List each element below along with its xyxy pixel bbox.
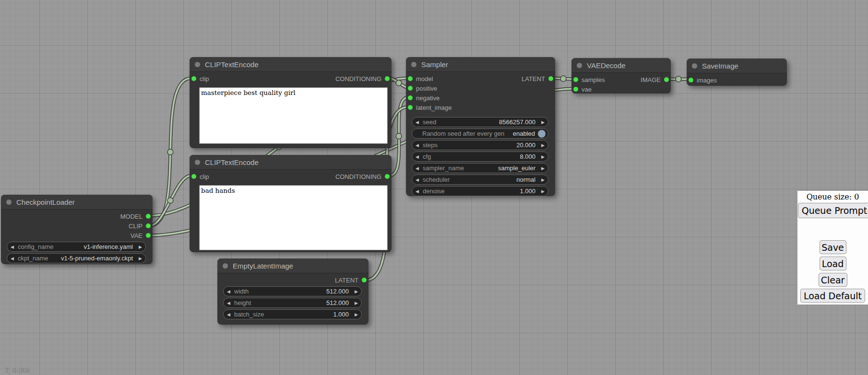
widget-cfg[interactable]: ◀ cfg 8.000 ▶ bbox=[412, 152, 548, 162]
clear-button[interactable]: Clear bbox=[819, 273, 847, 287]
decrement-arrow-icon[interactable]: ◀ bbox=[416, 177, 422, 182]
decrement-arrow-icon[interactable]: ◀ bbox=[227, 312, 233, 317]
decrement-arrow-icon[interactable]: ◀ bbox=[416, 189, 422, 194]
load-default-button[interactable]: Load Default bbox=[800, 289, 865, 303]
input-port-clip[interactable] bbox=[191, 174, 196, 179]
increment-arrow-icon[interactable]: ▶ bbox=[538, 166, 545, 171]
node-header[interactable]: SaveImage bbox=[687, 59, 787, 73]
widget-batch-size[interactable]: ◀ batch_size 1.000 ▶ bbox=[223, 309, 362, 319]
input-port-samples[interactable] bbox=[573, 77, 578, 82]
widget-value: v1-5-pruned-emaonly.ckpt bbox=[51, 255, 133, 262]
widget-steps[interactable]: ◀ steps 20.000 ▶ bbox=[412, 140, 548, 150]
node-checkpoint-loader[interactable]: CheckpointLoader MODEL CLIP VAE ◀ config… bbox=[1, 195, 153, 264]
widget-seed[interactable]: ◀ seed 8566257.000 ▶ bbox=[412, 117, 548, 127]
node-header[interactable]: CLIPTextEncode bbox=[190, 155, 392, 170]
slot-row: positive bbox=[406, 83, 555, 93]
input-port-vae[interactable] bbox=[573, 87, 578, 92]
input-port-latent-image[interactable] bbox=[408, 105, 413, 110]
widget-label: steps bbox=[423, 141, 438, 149]
widget-sampler-name[interactable]: ◀ sampler_name sample_euler ▶ bbox=[412, 163, 548, 173]
widget-value: v1-inference.yaml bbox=[56, 243, 133, 250]
widget-label: sampler_name bbox=[423, 164, 464, 172]
node-header[interactable]: Sampler bbox=[406, 57, 555, 72]
widget-config-name[interactable]: ◀ config_name v1-inference.yaml ▶ bbox=[7, 242, 146, 252]
increment-arrow-icon[interactable]: ▶ bbox=[538, 177, 545, 182]
input-port-model[interactable] bbox=[408, 76, 413, 81]
node-save-image[interactable]: SaveImage images bbox=[687, 59, 787, 86]
widget-value: normal bbox=[452, 176, 535, 183]
graph-canvas[interactable]: { "icons": { "arrow_left": "◀", "arrow_r… bbox=[0, 0, 868, 375]
output-port-latent[interactable] bbox=[362, 278, 367, 282]
node-clip-text-encode-negative[interactable]: CLIPTextEncode clip CONDITIONING bad han… bbox=[190, 155, 392, 252]
widget-width[interactable]: ◀ width 512.000 ▶ bbox=[223, 286, 362, 296]
toggle-circle-icon[interactable] bbox=[538, 130, 546, 138]
input-port-images[interactable] bbox=[689, 78, 693, 82]
collapse-dot-icon[interactable] bbox=[692, 63, 697, 69]
widget-denoise[interactable]: ◀ denoise 1.000 ▶ bbox=[412, 186, 548, 196]
increment-arrow-icon[interactable]: ▶ bbox=[136, 256, 142, 261]
decrement-arrow-icon[interactable]: ◀ bbox=[11, 256, 17, 261]
widget-label: denoise bbox=[423, 188, 445, 195]
output-port-model[interactable] bbox=[146, 214, 151, 219]
output-label: MODEL bbox=[120, 213, 143, 220]
increment-arrow-icon[interactable]: ▶ bbox=[538, 189, 545, 194]
widget-random-seed-toggle[interactable]: Random seed after every gen enabled bbox=[412, 129, 548, 139]
widget-label: ckpt_name bbox=[18, 255, 48, 262]
output-port-latent[interactable] bbox=[548, 76, 553, 81]
output-port-image[interactable] bbox=[664, 77, 669, 82]
decrement-arrow-icon[interactable]: ◀ bbox=[11, 245, 17, 249]
increment-arrow-icon[interactable]: ▶ bbox=[136, 245, 142, 249]
prompt-textarea[interactable]: masterpiece best quality girl bbox=[199, 87, 388, 144]
widget-label: batch_size bbox=[234, 311, 264, 318]
input-port-positive[interactable] bbox=[408, 86, 413, 91]
node-header[interactable]: CheckpointLoader bbox=[1, 195, 153, 210]
widget-scheduler[interactable]: ◀ scheduler normal ▶ bbox=[412, 175, 548, 185]
input-label: clip bbox=[200, 173, 209, 180]
decrement-arrow-icon[interactable]: ◀ bbox=[416, 143, 422, 148]
node-sampler[interactable]: Sampler model LATENT positive negative l… bbox=[406, 57, 555, 196]
input-label: images bbox=[697, 77, 717, 84]
increment-arrow-icon[interactable]: ▶ bbox=[352, 312, 358, 317]
output-label: IMAGE bbox=[641, 76, 661, 83]
save-button[interactable]: Save bbox=[820, 240, 846, 254]
increment-arrow-icon[interactable]: ▶ bbox=[538, 143, 545, 148]
input-port-clip[interactable] bbox=[191, 76, 196, 81]
output-port-clip[interactable] bbox=[146, 223, 151, 228]
output-label: CONDITIONING bbox=[335, 75, 381, 82]
slot-row: latent_image bbox=[406, 103, 555, 112]
increment-arrow-icon[interactable]: ▶ bbox=[352, 289, 358, 294]
input-port-negative[interactable] bbox=[408, 95, 413, 100]
output-port-conditioning[interactable] bbox=[385, 76, 390, 81]
decrement-arrow-icon[interactable]: ◀ bbox=[416, 166, 422, 171]
node-header[interactable]: EmptyLatentImage bbox=[217, 258, 369, 273]
collapse-dot-icon[interactable] bbox=[195, 160, 200, 165]
node-header[interactable]: VAEDecode bbox=[571, 58, 671, 73]
output-label: LATENT bbox=[335, 277, 358, 284]
prompt-textarea[interactable]: bad hands bbox=[199, 185, 388, 250]
collapse-dot-icon[interactable] bbox=[577, 63, 582, 68]
node-header[interactable]: CLIPTextEncode bbox=[190, 57, 392, 72]
decrement-arrow-icon[interactable]: ◀ bbox=[227, 289, 233, 294]
widget-label: scheduler bbox=[423, 176, 450, 183]
increment-arrow-icon[interactable]: ▶ bbox=[352, 301, 358, 305]
collapse-dot-icon[interactable] bbox=[195, 62, 200, 67]
node-vae-decode[interactable]: VAEDecode samples IMAGE vae bbox=[571, 58, 671, 94]
toggle-value: enabled bbox=[507, 130, 535, 137]
node-clip-text-encode-positive[interactable]: CLIPTextEncode clip CONDITIONING masterp… bbox=[190, 57, 392, 148]
decrement-arrow-icon[interactable]: ◀ bbox=[227, 301, 233, 305]
decrement-arrow-icon[interactable]: ◀ bbox=[416, 154, 422, 159]
load-button[interactable]: Load bbox=[820, 257, 846, 270]
output-port-vae[interactable] bbox=[146, 233, 151, 238]
decrement-arrow-icon[interactable]: ◀ bbox=[416, 120, 422, 125]
widget-height[interactable]: ◀ height 512.000 ▶ bbox=[223, 298, 362, 308]
increment-arrow-icon[interactable]: ▶ bbox=[538, 120, 545, 125]
collapse-dot-icon[interactable] bbox=[411, 62, 416, 67]
slot-row: MODEL bbox=[1, 211, 153, 221]
increment-arrow-icon[interactable]: ▶ bbox=[538, 154, 545, 159]
queue-prompt-button[interactable]: Queue Prompt bbox=[798, 203, 868, 218]
node-empty-latent-image[interactable]: EmptyLatentImage LATENT ◀ width 512.000 … bbox=[217, 258, 369, 325]
output-port-conditioning[interactable] bbox=[385, 174, 390, 179]
collapse-dot-icon[interactable] bbox=[223, 263, 228, 269]
widget-ckpt-name[interactable]: ◀ ckpt_name v1-5-pruned-emaonly.ckpt ▶ bbox=[7, 253, 146, 263]
collapse-dot-icon[interactable] bbox=[6, 199, 12, 205]
